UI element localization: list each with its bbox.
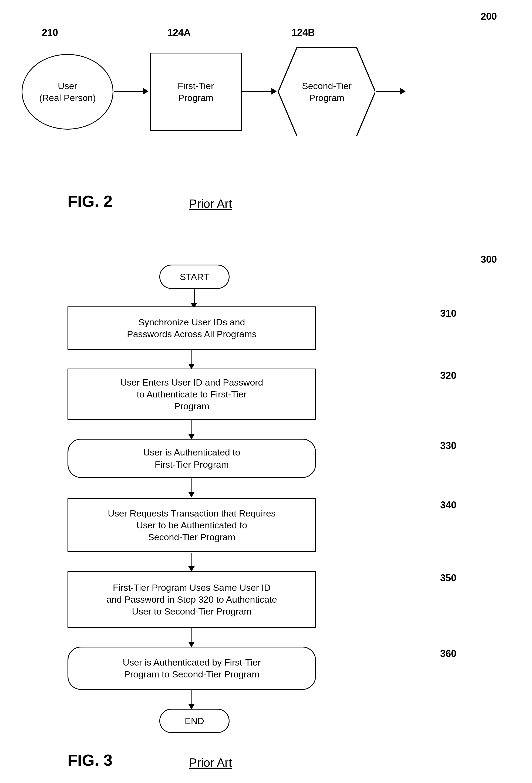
step360-label: User is Authenticated by First-Tier Prog… (123, 656, 261, 680)
step350-rect: First-Tier Program Uses Same User ID and… (67, 571, 316, 628)
arrowhead-330-to-340 (188, 492, 195, 497)
step340-label: User Requests Transaction that Requires … (108, 507, 276, 543)
end-label: END (185, 715, 204, 727)
arrowhead-310-to-320 (188, 364, 195, 369)
ref-124B: 124B (292, 27, 315, 38)
ref-200: 200 (481, 11, 497, 22)
step320-rect: User Enters User ID and Password to Auth… (67, 369, 316, 420)
start-label: START (180, 271, 209, 283)
arrowhead-320-to-330 (188, 434, 195, 439)
ref-350: 350 (440, 572, 457, 584)
arrowhead-first-to-second (272, 88, 277, 94)
first-tier-rect: First-Tier Program (150, 53, 242, 131)
ref-124A: 124A (167, 27, 191, 38)
arrow-first-to-second (242, 91, 275, 92)
diagram-container: 200 210 124A 124B User (Real Person) Fir… (0, 0, 532, 783)
end-oval: END (159, 709, 229, 733)
ref-310: 310 (440, 308, 457, 319)
step340-rect: User Requests Transaction that Requires … (67, 498, 316, 552)
second-tier-label-wrap: Second-Tier Program (278, 47, 375, 136)
ref-330: 330 (440, 440, 457, 451)
ref-320: 320 (440, 370, 457, 381)
first-tier-label: First-Tier Program (178, 80, 214, 104)
arrowhead-360-to-end (188, 704, 195, 709)
fig3-prior-art: Prior Art (189, 756, 232, 770)
arrow-out (376, 91, 403, 92)
step310-rect: Synchronize User IDs and Passwords Acros… (67, 307, 316, 350)
step360-rounded: User is Authenticated by First-Tier Prog… (67, 647, 316, 690)
fig3-label: FIG. 3 (67, 751, 113, 770)
step330-label: User is Authenticated to First-Tier Prog… (143, 446, 240, 470)
arrowhead-out (400, 88, 406, 94)
arrowhead-user-to-first (143, 88, 149, 94)
step320-label: User Enters User ID and Password to Auth… (120, 376, 263, 412)
step350-label: First-Tier Program Uses Same User ID and… (106, 582, 277, 618)
step330-rounded: User is Authenticated to First-Tier Prog… (67, 439, 316, 478)
ref-210: 210 (42, 27, 58, 38)
start-oval: START (159, 264, 229, 289)
ref-360: 360 (440, 648, 457, 659)
ref-300: 300 (481, 254, 497, 265)
user-oval: User (Real Person) (22, 54, 114, 130)
arrow-user-to-first (114, 91, 146, 92)
second-tier-label: Second-Tier Program (302, 80, 352, 104)
ref-340: 340 (440, 500, 457, 511)
arrowhead-350-to-360 (188, 642, 195, 647)
fig2-prior-art: Prior Art (189, 197, 232, 211)
arrowhead-340-to-350 (188, 566, 195, 572)
user-label: User (Real Person) (39, 80, 96, 104)
fig2-label: FIG. 2 (67, 192, 113, 211)
step310-label: Synchronize User IDs and Passwords Acros… (127, 316, 256, 340)
fig2-section: 200 210 124A 124B User (Real Person) Fir… (0, 0, 532, 243)
fig3-section: 300 START 310 Synchronize User IDs and P… (0, 248, 532, 783)
